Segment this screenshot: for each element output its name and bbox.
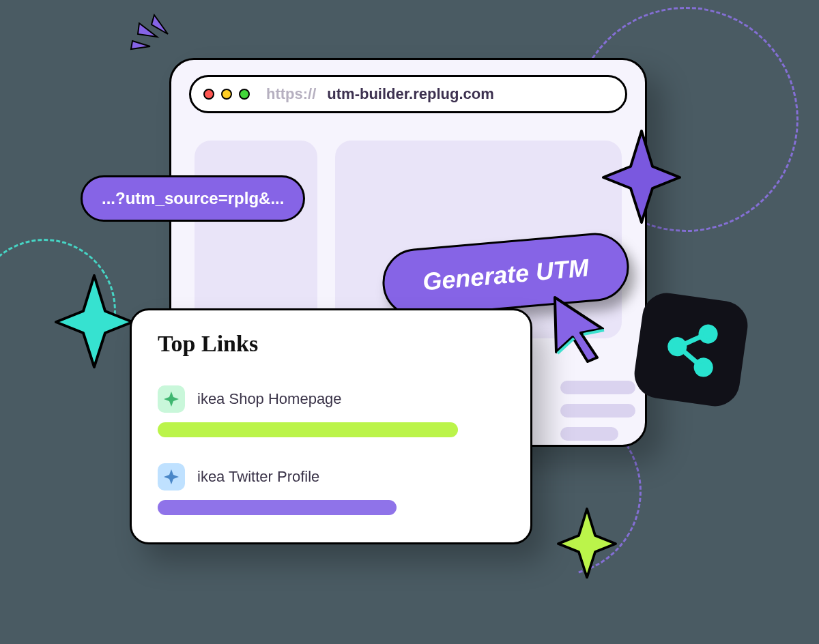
generate-utm-label: Generate UTM <box>422 253 590 296</box>
sparkle-decor-icon <box>53 273 135 368</box>
share-icon <box>657 314 725 385</box>
burst-decor-icon <box>130 14 177 57</box>
skeleton-lines <box>560 381 635 447</box>
svg-point-6 <box>669 338 685 355</box>
top-links-card: Top Links ikea Shop Homepage ikea Twitte… <box>130 308 532 544</box>
minimize-icon[interactable] <box>221 89 232 100</box>
link-label: ikea Shop Homepage <box>197 390 342 408</box>
share-badge[interactable] <box>631 290 751 409</box>
link-label: ikea Twitter Profile <box>197 468 319 486</box>
list-item[interactable]: ikea Shop Homepage <box>158 385 507 413</box>
sparkle-decor-icon <box>158 385 185 413</box>
sparkle-decor-icon <box>556 507 618 579</box>
close-icon[interactable] <box>203 89 214 100</box>
link-bar <box>158 422 458 437</box>
svg-point-7 <box>700 325 716 342</box>
sparkle-decor-icon <box>601 128 682 224</box>
zoom-icon[interactable] <box>239 89 250 100</box>
utm-query-text: ...?utm_source=rplg&... <box>102 189 284 208</box>
svg-marker-2 <box>152 15 168 34</box>
url-bar[interactable]: https:// utm-builder.replug.com <box>189 75 627 113</box>
svg-marker-0 <box>131 41 150 49</box>
url-host: utm-builder.replug.com <box>327 85 493 103</box>
top-links-title: Top Links <box>158 331 507 357</box>
link-bar <box>158 500 397 515</box>
list-item[interactable]: ikea Twitter Profile <box>158 463 507 491</box>
sparkle-decor-icon <box>158 463 185 491</box>
url-scheme: https:// <box>266 85 316 103</box>
utm-query-pill: ...?utm_source=rplg&... <box>81 175 305 222</box>
svg-point-8 <box>695 359 711 375</box>
